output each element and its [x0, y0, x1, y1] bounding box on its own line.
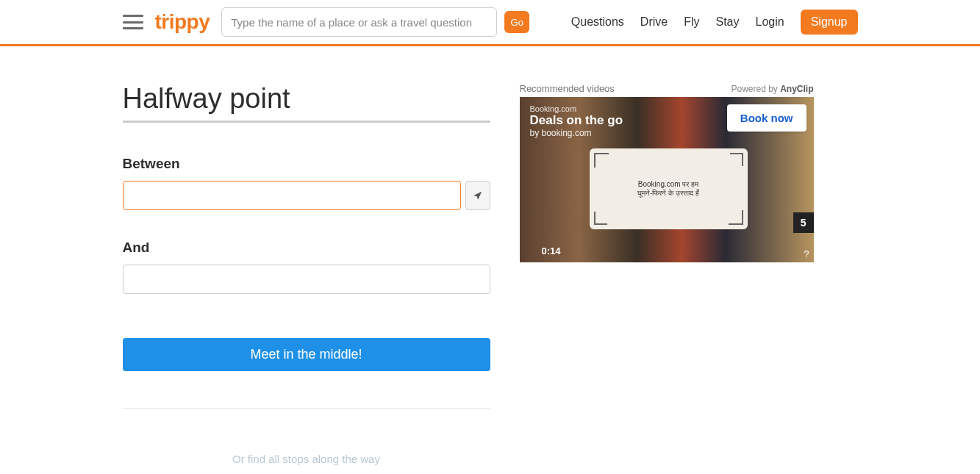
video-overlay: Booking.com Deals on the go by booking.c… [530, 104, 623, 138]
and-label: And [123, 240, 490, 256]
and-input-row [123, 265, 490, 294]
recommended-videos-label: Recommended videos [520, 83, 615, 94]
meet-middle-button[interactable]: Meet in the middle! [123, 338, 490, 371]
video-header: Recommended videos Powered by AnyClip [520, 83, 814, 94]
video-brand: Booking.com [530, 104, 623, 113]
nav-drive[interactable]: Drive [640, 15, 668, 29]
go-button[interactable]: Go [504, 11, 529, 33]
help-icon[interactable]: ? [804, 248, 809, 259]
video-player[interactable]: Booking.com Deals on the go by booking.c… [520, 97, 814, 262]
video-subtitle: by booking.com [530, 128, 623, 138]
between-input[interactable] [123, 181, 461, 210]
powered-brand[interactable]: AnyClip [780, 84, 813, 94]
header: trippy Go Questions Drive Fly Stay Login… [123, 0, 858, 44]
signup-button[interactable]: Signup [801, 10, 858, 35]
main-column: Halfway point Between And Meet in the mi… [123, 83, 490, 465]
nav-questions[interactable]: Questions [571, 15, 624, 29]
book-now-button[interactable]: Book now [727, 104, 806, 132]
nav-login[interactable]: Login [756, 15, 784, 29]
logo[interactable]: trippy [155, 10, 210, 34]
title-underline [123, 121, 490, 123]
video-countdown: 5 [793, 212, 814, 233]
search-input[interactable] [221, 7, 497, 37]
locate-button[interactable] [465, 181, 490, 210]
page-title: Halfway point [123, 83, 490, 115]
video-card-line1: Booking.com पर हम [638, 180, 698, 189]
nav-stay[interactable]: Stay [716, 15, 740, 29]
between-label: Between [123, 156, 490, 172]
powered-by: Powered by AnyClip [731, 84, 813, 94]
find-stops-link[interactable]: Or find all stops along the way [123, 453, 490, 465]
video-time: 0:14 [542, 245, 561, 256]
sidebar-column: Recommended videos Powered by AnyClip Bo… [520, 83, 814, 465]
hamburger-menu-icon[interactable] [123, 15, 143, 29]
video-title: Deals on the go [530, 113, 623, 128]
location-arrow-icon [473, 190, 483, 201]
search-wrap: Go [221, 7, 529, 37]
video-card: Booking.com पर हम घूमने-फिरने के उस्ताद … [590, 148, 748, 229]
nav-fly[interactable]: Fly [684, 15, 699, 29]
and-input[interactable] [123, 265, 490, 294]
between-input-row [123, 181, 490, 210]
content: Halfway point Between And Meet in the mi… [108, 46, 873, 465]
section-divider [123, 408, 490, 409]
video-card-line2: घूमने-फिरने के उस्ताद हैं [637, 189, 699, 198]
main-nav: Questions Drive Fly Stay Login Signup [571, 10, 858, 35]
powered-prefix: Powered by [731, 84, 780, 94]
